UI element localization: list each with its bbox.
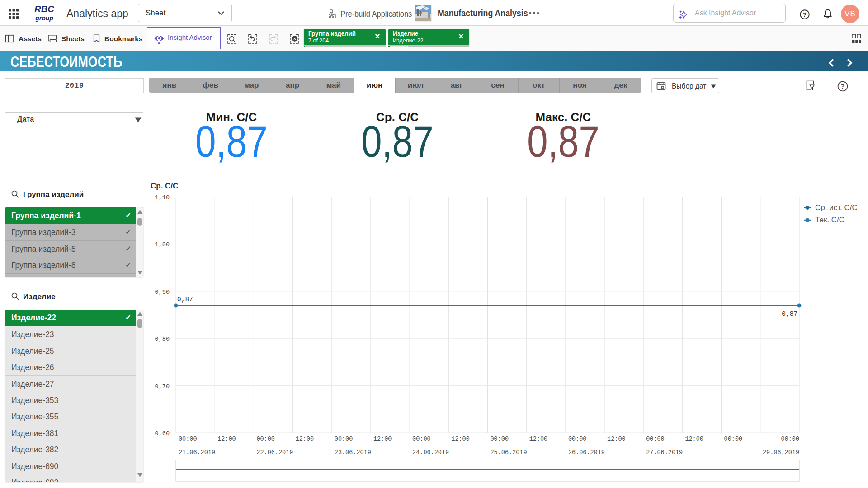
svg-text:23.06.2019: 23.06.2019 bbox=[335, 449, 371, 456]
svg-text:0,87: 0,87 bbox=[177, 296, 193, 303]
svg-text:?: ? bbox=[803, 12, 807, 18]
svg-text:00:00: 00:00 bbox=[781, 436, 799, 442]
svg-text:12:00: 12:00 bbox=[607, 436, 626, 442]
svg-text:12:00: 12:00 bbox=[373, 436, 392, 442]
svg-text:00:00: 00:00 bbox=[335, 436, 353, 442]
svg-text:12:00: 12:00 bbox=[451, 436, 470, 442]
svg-text:0,70: 0,70 bbox=[155, 383, 170, 390]
svg-text:00:00: 00:00 bbox=[568, 436, 587, 442]
svg-text:00:00: 00:00 bbox=[646, 436, 665, 442]
svg-text:00:00: 00:00 bbox=[724, 436, 743, 442]
svg-text:0,87: 0,87 bbox=[782, 310, 797, 318]
svg-text:12:00: 12:00 bbox=[685, 436, 703, 442]
svg-text:00:00: 00:00 bbox=[412, 436, 431, 442]
svg-text:0,60: 0,60 bbox=[155, 430, 170, 437]
svg-text:00:00: 00:00 bbox=[179, 436, 197, 442]
svg-text:1,00: 1,00 bbox=[155, 241, 170, 248]
svg-text:1,10: 1,10 bbox=[155, 194, 170, 201]
svg-text:22.06.2019: 22.06.2019 bbox=[256, 449, 293, 456]
svg-text:00:00: 00:00 bbox=[256, 436, 275, 442]
svg-text:Ср. ист. С/С: Ср. ист. С/С bbox=[815, 203, 858, 212]
svg-text:26.06.2019: 26.06.2019 bbox=[568, 449, 605, 456]
svg-text:25.06.2019: 25.06.2019 bbox=[491, 449, 527, 456]
svg-text:0,80: 0,80 bbox=[155, 336, 170, 343]
svg-text:29.06.2019: 29.06.2019 bbox=[763, 449, 799, 456]
svg-text:12:00: 12:00 bbox=[529, 436, 548, 442]
svg-text:00:00: 00:00 bbox=[491, 436, 509, 442]
svg-text:24.06.2019: 24.06.2019 bbox=[412, 449, 449, 456]
svg-text:Тек. С/С: Тек. С/С bbox=[815, 216, 844, 224]
svg-text:?: ? bbox=[841, 83, 844, 90]
svg-text:12:00: 12:00 bbox=[296, 436, 314, 442]
svg-text:12:00: 12:00 bbox=[217, 436, 236, 442]
svg-text:0,90: 0,90 bbox=[155, 289, 170, 296]
svg-text:27.06.2019: 27.06.2019 bbox=[646, 449, 683, 456]
svg-text:21.06.2019: 21.06.2019 bbox=[179, 449, 215, 456]
